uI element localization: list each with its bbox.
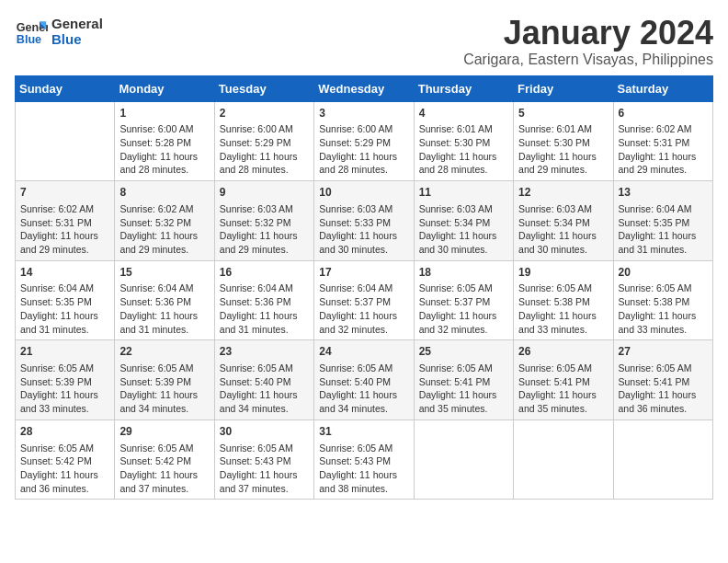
calendar-cell [613, 419, 712, 500]
day-info: Sunrise: 6:05 AMSunset: 5:38 PMDaylight:… [518, 282, 608, 336]
calendar-cell: 2Sunrise: 6:00 AMSunset: 5:29 PMDaylight… [214, 101, 313, 181]
day-info: Sunrise: 6:05 AMSunset: 5:42 PMDaylight:… [119, 442, 209, 496]
day-of-week-sunday: Sunday [16, 75, 115, 101]
calendar-cell: 29Sunrise: 6:05 AMSunset: 5:42 PMDayligh… [115, 419, 214, 500]
day-number: 4 [419, 106, 508, 121]
calendar-cell: 14Sunrise: 6:04 AMSunset: 5:35 PMDayligh… [16, 260, 115, 340]
calendar-cell: 19Sunrise: 6:05 AMSunset: 5:38 PMDayligh… [514, 260, 613, 340]
calendar-cell: 17Sunrise: 6:04 AMSunset: 5:37 PMDayligh… [314, 260, 414, 340]
calendar-week-1: 1Sunrise: 6:00 AMSunset: 5:28 PMDaylight… [16, 101, 713, 181]
day-info: Sunrise: 6:00 AMSunset: 5:28 PMDaylight:… [119, 122, 209, 177]
calendar-cell: 11Sunrise: 6:03 AMSunset: 5:34 PMDayligh… [414, 181, 513, 261]
day-number: 28 [20, 424, 109, 440]
page-title: January 2024 [463, 15, 713, 52]
calendar-week-5: 28Sunrise: 6:05 AMSunset: 5:42 PMDayligh… [16, 419, 713, 500]
calendar-cell: 6Sunrise: 6:02 AMSunset: 5:31 PMDaylight… [613, 101, 712, 181]
calendar-cell: 13Sunrise: 6:04 AMSunset: 5:35 PMDayligh… [613, 181, 712, 261]
day-info: Sunrise: 6:05 AMSunset: 5:38 PMDaylight:… [619, 282, 708, 336]
day-number: 25 [419, 344, 508, 360]
page-subtitle: Carigara, Eastern Visayas, Philippines [463, 52, 713, 68]
day-info: Sunrise: 6:00 AMSunset: 5:29 PMDaylight:… [220, 122, 309, 177]
calendar-cell: 18Sunrise: 6:05 AMSunset: 5:37 PMDayligh… [414, 260, 513, 340]
day-number: 5 [518, 106, 608, 121]
calendar-week-4: 21Sunrise: 6:05 AMSunset: 5:39 PMDayligh… [16, 340, 713, 420]
day-info: Sunrise: 6:04 AMSunset: 5:35 PMDaylight:… [20, 282, 109, 336]
day-number: 10 [319, 185, 408, 201]
day-info: Sunrise: 6:04 AMSunset: 5:36 PMDaylight:… [220, 282, 309, 336]
day-info: Sunrise: 6:03 AMSunset: 5:33 PMDaylight:… [319, 202, 408, 257]
calendar-cell [514, 419, 613, 500]
day-number: 3 [319, 106, 408, 121]
day-number: 14 [20, 265, 109, 281]
calendar-cell: 27Sunrise: 6:05 AMSunset: 5:41 PMDayligh… [613, 340, 712, 420]
page-header: General Blue General Blue January 2024 C… [15, 15, 713, 68]
day-number: 8 [119, 185, 209, 201]
day-number: 29 [119, 424, 209, 440]
calendar-cell: 23Sunrise: 6:05 AMSunset: 5:40 PMDayligh… [214, 340, 313, 420]
day-number: 24 [319, 344, 408, 360]
day-number: 7 [20, 185, 109, 201]
title-block: January 2024 Carigara, Eastern Visayas, … [463, 15, 713, 68]
day-info: Sunrise: 6:05 AMSunset: 5:41 PMDaylight:… [419, 362, 508, 416]
day-info: Sunrise: 6:01 AMSunset: 5:30 PMDaylight:… [518, 122, 608, 177]
day-info: Sunrise: 6:04 AMSunset: 5:36 PMDaylight:… [119, 282, 209, 336]
day-number: 12 [518, 185, 608, 201]
calendar-cell [16, 101, 115, 181]
day-info: Sunrise: 6:04 AMSunset: 5:35 PMDaylight:… [619, 202, 708, 257]
calendar-cell: 21Sunrise: 6:05 AMSunset: 5:39 PMDayligh… [16, 340, 115, 420]
day-info: Sunrise: 6:02 AMSunset: 5:31 PMDaylight:… [619, 122, 708, 177]
day-number: 31 [319, 424, 408, 440]
calendar-cell: 12Sunrise: 6:03 AMSunset: 5:34 PMDayligh… [514, 181, 613, 261]
logo-text-line1: General [51, 16, 103, 31]
day-number: 11 [419, 185, 508, 201]
day-number: 19 [518, 265, 608, 281]
calendar-cell: 20Sunrise: 6:05 AMSunset: 5:38 PMDayligh… [613, 260, 712, 340]
day-number: 18 [419, 265, 508, 281]
calendar-cell: 24Sunrise: 6:05 AMSunset: 5:40 PMDayligh… [314, 340, 414, 420]
day-info: Sunrise: 6:00 AMSunset: 5:29 PMDaylight:… [319, 122, 408, 177]
calendar-cell: 15Sunrise: 6:04 AMSunset: 5:36 PMDayligh… [115, 260, 214, 340]
day-number: 2 [220, 106, 309, 121]
calendar-cell: 25Sunrise: 6:05 AMSunset: 5:41 PMDayligh… [414, 340, 513, 420]
calendar-cell: 22Sunrise: 6:05 AMSunset: 5:39 PMDayligh… [115, 340, 214, 420]
calendar-cell: 5Sunrise: 6:01 AMSunset: 5:30 PMDaylight… [514, 101, 613, 181]
calendar-week-3: 14Sunrise: 6:04 AMSunset: 5:35 PMDayligh… [16, 260, 713, 340]
day-info: Sunrise: 6:03 AMSunset: 5:34 PMDaylight:… [419, 202, 508, 257]
calendar-cell: 4Sunrise: 6:01 AMSunset: 5:30 PMDaylight… [414, 101, 513, 181]
day-info: Sunrise: 6:05 AMSunset: 5:39 PMDaylight:… [119, 362, 209, 416]
day-info: Sunrise: 6:05 AMSunset: 5:37 PMDaylight:… [419, 282, 508, 336]
day-number: 22 [119, 344, 209, 360]
calendar-cell: 28Sunrise: 6:05 AMSunset: 5:42 PMDayligh… [16, 419, 115, 500]
logo-text-line2: Blue [51, 31, 103, 47]
logo-icon: General Blue [15, 15, 48, 48]
calendar-cell: 1Sunrise: 6:00 AMSunset: 5:28 PMDaylight… [115, 101, 214, 181]
day-info: Sunrise: 6:02 AMSunset: 5:32 PMDaylight:… [119, 202, 209, 257]
calendar-cell: 30Sunrise: 6:05 AMSunset: 5:43 PMDayligh… [214, 419, 313, 500]
calendar-cell [414, 419, 513, 500]
day-info: Sunrise: 6:05 AMSunset: 5:41 PMDaylight:… [619, 362, 708, 416]
day-number: 17 [319, 265, 408, 281]
day-of-week-friday: Friday [514, 75, 613, 101]
day-number: 13 [619, 185, 708, 201]
calendar-week-2: 7Sunrise: 6:02 AMSunset: 5:31 PMDaylight… [16, 181, 713, 261]
day-info: Sunrise: 6:05 AMSunset: 5:41 PMDaylight:… [518, 362, 608, 416]
calendar-cell: 10Sunrise: 6:03 AMSunset: 5:33 PMDayligh… [314, 181, 414, 261]
day-of-week-saturday: Saturday [613, 75, 712, 101]
day-info: Sunrise: 6:03 AMSunset: 5:32 PMDaylight:… [220, 202, 309, 257]
day-info: Sunrise: 6:05 AMSunset: 5:42 PMDaylight:… [20, 442, 109, 496]
day-info: Sunrise: 6:05 AMSunset: 5:43 PMDaylight:… [319, 442, 408, 496]
calendar-cell: 7Sunrise: 6:02 AMSunset: 5:31 PMDaylight… [16, 181, 115, 261]
day-number: 20 [619, 265, 708, 281]
day-info: Sunrise: 6:05 AMSunset: 5:43 PMDaylight:… [220, 442, 309, 496]
day-of-week-monday: Monday [115, 75, 214, 101]
calendar-table: SundayMondayTuesdayWednesdayThursdayFrid… [15, 75, 713, 500]
calendar-cell: 31Sunrise: 6:05 AMSunset: 5:43 PMDayligh… [314, 419, 414, 500]
day-info: Sunrise: 6:04 AMSunset: 5:37 PMDaylight:… [319, 282, 408, 336]
day-of-week-wednesday: Wednesday [314, 75, 414, 101]
day-number: 15 [119, 265, 209, 281]
day-number: 30 [220, 424, 309, 440]
day-of-week-thursday: Thursday [414, 75, 513, 101]
calendar-cell: 16Sunrise: 6:04 AMSunset: 5:36 PMDayligh… [214, 260, 313, 340]
calendar-header-row: SundayMondayTuesdayWednesdayThursdayFrid… [16, 75, 713, 101]
day-number: 1 [119, 106, 209, 121]
